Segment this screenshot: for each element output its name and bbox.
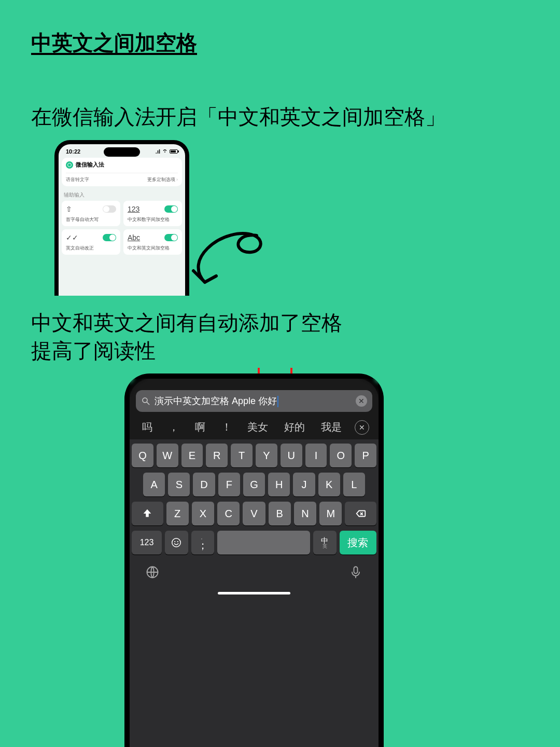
- card-label: 中文和数字间加空格: [128, 216, 178, 223]
- key-q[interactable]: Q: [132, 444, 153, 467]
- annotation-arrow: [184, 220, 267, 287]
- key-emoji[interactable]: [165, 531, 188, 555]
- key-n[interactable]: N: [294, 502, 316, 525]
- settings-sheet: 微信输入法 语音转文字 更多定制选项: [62, 158, 182, 186]
- card-cn-en-space[interactable]: Abc 中文和英文间加空格: [123, 229, 182, 255]
- svg-rect-6: [354, 567, 358, 574]
- card-label: 中文和英文间加空格: [128, 245, 178, 252]
- svg-point-2: [172, 538, 181, 547]
- globe-icon[interactable]: [145, 565, 160, 579]
- page-title: 中英文之间加空格: [31, 29, 197, 57]
- key-w[interactable]: W: [157, 444, 178, 467]
- phone-notch: [104, 147, 140, 157]
- svg-point-4: [177, 541, 178, 542]
- key-u[interactable]: U: [281, 444, 302, 467]
- backspace-icon: [355, 508, 367, 519]
- search-bar[interactable]: 演示中英文加空格 Apple 你好 ✕: [136, 390, 372, 412]
- wifi-icon: [162, 148, 168, 155]
- candidate-row: 吗 ， 啊 ！ 美女 好的 我是 ✕: [136, 419, 372, 435]
- card-label: 英文自动改正: [66, 245, 116, 252]
- candidate[interactable]: 好的: [281, 419, 308, 435]
- row-voice-to-text[interactable]: 语音转文字: [66, 176, 89, 183]
- key-c[interactable]: C: [217, 502, 240, 525]
- keyboard-bottom-bar: [132, 560, 376, 587]
- emoji-icon: [171, 537, 182, 548]
- card-label: 首字母自动大写: [66, 216, 116, 223]
- key-t[interactable]: T: [231, 444, 253, 467]
- key-return[interactable]: 搜索: [340, 531, 376, 555]
- key-a[interactable]: A: [143, 473, 165, 496]
- candidate[interactable]: 美女: [244, 419, 271, 435]
- svg-point-3: [175, 541, 176, 542]
- keyboard: Q W E R T Y U I O P A S D F G H J K L: [130, 439, 379, 747]
- key-i[interactable]: I: [305, 444, 327, 467]
- shift-icon: ⇧: [66, 205, 76, 213]
- svg-line-1: [147, 402, 149, 405]
- candidate[interactable]: 啊: [192, 419, 208, 435]
- card-en-autocorrect[interactable]: ✓✓ 英文自动改正: [62, 229, 120, 255]
- status-time: 10:22: [66, 148, 80, 155]
- key-g[interactable]: G: [243, 473, 265, 496]
- key-b[interactable]: B: [269, 502, 291, 525]
- abc-icon: Abc: [128, 233, 138, 242]
- key-123[interactable]: 123: [132, 531, 162, 555]
- key-shift[interactable]: [132, 502, 163, 525]
- search-icon: [141, 396, 150, 406]
- card-caps-first[interactable]: ⇧ 首字母自动大写: [62, 201, 120, 226]
- instruction-2: 中文和英文之间有自动添加了空格 提高了阅读性: [31, 309, 342, 365]
- card-cn-number-space[interactable]: 123 中文和数字间加空格: [123, 201, 182, 226]
- key-m[interactable]: M: [319, 502, 342, 525]
- section-label: 辅助输入: [64, 191, 185, 199]
- key-row-3: Z X C V B N M: [132, 502, 376, 525]
- toggle[interactable]: [103, 234, 116, 241]
- phone-keyboard-screenshot: 演示中英文加空格 Apple 你好 ✕ 吗 ， 啊 ！ 美女 好的 我是 ✕ Q…: [124, 374, 384, 747]
- candidate-backspace[interactable]: ✕: [355, 420, 369, 435]
- key-k[interactable]: K: [318, 473, 340, 496]
- mic-icon[interactable]: [348, 565, 363, 579]
- app-name: 微信输入法: [76, 161, 104, 169]
- key-h[interactable]: H: [268, 473, 290, 496]
- candidate[interactable]: ！: [218, 419, 235, 435]
- key-p[interactable]: P: [355, 444, 376, 467]
- key-r[interactable]: R: [206, 444, 228, 467]
- search-text: 演示中英文加空格 Apple 你好: [155, 395, 352, 407]
- key-d[interactable]: D: [193, 473, 215, 496]
- key-j[interactable]: J: [293, 473, 315, 496]
- key-row-4: 123 。； 中英 搜索: [132, 531, 376, 555]
- key-backspace[interactable]: [345, 502, 376, 525]
- battery-icon: [170, 149, 178, 154]
- toggle[interactable]: [164, 234, 178, 241]
- num-icon: 123: [128, 205, 138, 213]
- signal-icon: .ıl: [156, 148, 160, 155]
- home-indicator[interactable]: [218, 592, 290, 594]
- app-icon: [66, 161, 73, 169]
- key-y[interactable]: Y: [256, 444, 277, 467]
- key-z[interactable]: Z: [166, 502, 189, 525]
- instruction-1: 在微信输入法开启「中文和英文之间加空格」: [31, 103, 446, 131]
- settings-grid: ⇧ 首字母自动大写 123 中文和数字间加空格 ✓✓ 英文自动改正: [59, 201, 185, 255]
- text-cursor: [277, 396, 278, 407]
- key-l[interactable]: L: [343, 473, 365, 496]
- candidate[interactable]: ，: [165, 419, 182, 435]
- candidate[interactable]: 吗: [139, 419, 156, 435]
- key-v[interactable]: V: [243, 502, 265, 525]
- key-s[interactable]: S: [168, 473, 190, 496]
- toggle[interactable]: [164, 205, 178, 213]
- key-row-1: Q W E R T Y U I O P: [132, 444, 376, 467]
- key-space[interactable]: [217, 531, 310, 555]
- toggle[interactable]: [103, 205, 116, 213]
- key-o[interactable]: O: [330, 444, 352, 467]
- key-row-2: A S D F G H J K L: [132, 473, 376, 496]
- key-lang-switch[interactable]: 中英: [313, 531, 337, 555]
- key-semicolon[interactable]: 。；: [191, 531, 215, 555]
- clear-button[interactable]: ✕: [356, 395, 367, 407]
- phone-settings-screenshot: 10:22 .ıl 微信输入法 语音转文字 更多定制选项 辅助输入: [54, 140, 189, 296]
- key-e[interactable]: E: [181, 444, 203, 467]
- key-f[interactable]: F: [218, 473, 240, 496]
- key-x[interactable]: X: [192, 502, 214, 525]
- row-more-options[interactable]: 更多定制选项: [147, 176, 178, 183]
- check-icon: ✓✓: [66, 233, 76, 242]
- svg-point-0: [143, 398, 147, 403]
- candidate[interactable]: 我是: [318, 419, 345, 435]
- shift-icon: [142, 508, 153, 519]
